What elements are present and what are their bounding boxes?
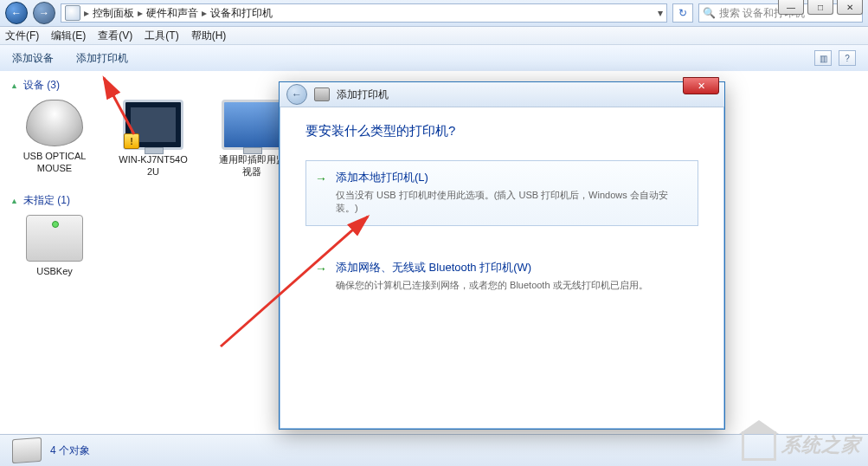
option-title: 添加本地打印机(L) [336,170,687,185]
option-network-printer[interactable]: → 添加网络、无线或 Bluetooth 打印机(W) 确保您的计算机已连接到网… [305,250,698,303]
refresh-button[interactable]: ↻ [672,3,693,23]
computer-icon: ! [123,100,183,150]
arrow-right-icon: → [315,262,327,275]
breadcrumb[interactable]: ▸ 控制面板 ▸ 硬件和声音 ▸ 设备和打印机 ▾ [61,3,667,23]
option-title: 添加网络、无线或 Bluetooth 打印机(W) [336,260,687,275]
dialog-close-button[interactable]: ✕ [683,77,719,94]
maximize-button[interactable]: □ [807,0,833,15]
breadcrumb-dropdown-icon[interactable]: ▾ [658,7,663,19]
toolbar-right: ▥ ? [814,50,856,66]
breadcrumb-sep-icon: ▸ [138,7,143,19]
device-item-mouse[interactable]: USB OPTICAL MOUSE [17,100,92,178]
add-printer-button[interactable]: 添加打印机 [76,51,128,66]
menu-edit[interactable]: 编辑(E) [51,29,86,43]
device-label: WIN-KJ7NT54O 2U [116,153,190,178]
menu-view[interactable]: 查看(V) [98,29,132,43]
view-options-button[interactable]: ▥ [814,50,832,66]
menu-help[interactable]: 帮助(H) [191,29,227,43]
monitor-icon [222,100,282,150]
help-button[interactable]: ? [839,50,856,66]
add-device-button[interactable]: 添加设备 [12,51,54,66]
breadcrumb-l1[interactable]: 硬件和声音 [146,6,198,21]
dialog-body: 要安装什么类型的打印机? → 添加本地打印机(L) 仅当没有 USB 打印机时使… [280,107,724,343]
search-icon: 🔍 [703,7,716,19]
add-printer-dialog: ✕ ← 添加打印机 要安装什么类型的打印机? → 添加本地打印机(L) 仅当没有… [279,81,725,430]
printer-icon [12,437,42,463]
collapse-icon: ▲ [10,197,18,205]
menu-file[interactable]: 文件(F) [5,29,39,43]
collapse-icon: ▲ [10,81,18,90]
window-controls: — □ ✕ [778,0,863,15]
device-label: USBKey [17,265,92,277]
warning-icon: ! [124,133,139,149]
dialog-back-button[interactable]: ← [286,84,307,105]
device-item-computer[interactable]: ! WIN-KJ7NT54O 2U [116,100,190,178]
group-devices-label: 设备 (3) [23,78,60,93]
address-bar: ← → ▸ 控制面板 ▸ 硬件和声音 ▸ 设备和打印机 ▾ ↻ 🔍 搜索 设备和… [0,0,868,27]
mouse-icon [26,100,83,146]
breadcrumb-sep-icon: ▸ [202,7,207,19]
minimize-button[interactable]: — [778,0,804,15]
arrow-right-icon: → [315,172,327,185]
breadcrumb-root[interactable]: 控制面板 [93,6,134,21]
status-bar: 4 个对象 [0,434,868,466]
nav-back-button[interactable]: ← [5,2,28,24]
group-unspecified-label: 未指定 (1) [23,193,70,208]
dialog-title: 添加打印机 [337,87,389,102]
usb-device-icon [26,215,83,262]
option-local-printer[interactable]: → 添加本地打印机(L) 仅当没有 USB 打印机时使用此选项。(插入 USB … [305,160,698,226]
dialog-titlebar: ← 添加打印机 [280,82,724,107]
breadcrumb-l2[interactable]: 设备和打印机 [210,6,273,21]
control-panel-icon [65,5,80,21]
device-label: USB OPTICAL MOUSE [17,150,92,174]
device-item-usbkey[interactable]: USBKey [17,215,92,277]
printer-small-icon [314,87,330,101]
menu-bar: 文件(F) 编辑(E) 查看(V) 工具(T) 帮助(H) [0,27,868,45]
close-button[interactable]: ✕ [837,0,863,15]
status-count: 4 个对象 [50,443,90,458]
dialog-heading: 要安装什么类型的打印机? [305,123,698,139]
toolbar: 添加设备 添加打印机 ▥ ? [0,45,868,72]
option-desc: 确保您的计算机已连接到网络，或者您的 Bluetooth 或无线打印机已启用。 [336,279,687,292]
option-desc: 仅当没有 USB 打印机时使用此选项。(插入 USB 打印机后，Windows … [336,189,687,215]
nav-forward-button[interactable]: → [33,2,55,24]
menu-tools[interactable]: 工具(T) [145,29,178,43]
breadcrumb-sep-icon: ▸ [84,7,89,19]
